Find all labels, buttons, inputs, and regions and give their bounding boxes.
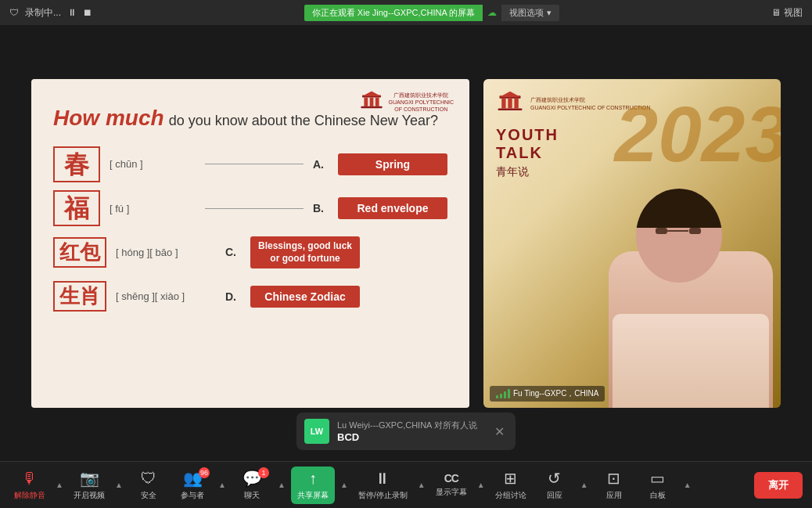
video-icon: 📷 [80,469,99,488]
answer-btn-spring[interactable]: Spring [338,153,447,175]
share-screen-button[interactable]: ↑ 共享屏幕 [291,467,335,504]
share-caret[interactable]: ▲ [338,470,350,501]
connector-b [205,208,304,209]
quiz-row-c: 红包 [ hóng ][ bāo ] C. Blessings, good lu… [53,234,447,270]
reactions-button[interactable]: ↺ 回应 [534,466,575,504]
participants-label: 参与者 [181,490,204,501]
security-button[interactable]: 🛡 安全 [128,467,169,504]
reactions-caret[interactable]: ▲ [578,470,591,501]
whiteboard-button[interactable]: ▭ 白板 [638,466,678,504]
quiz-row-b: 福 [ fú ] B. Red envelope [53,190,447,226]
stop-icon: ⏹ [83,7,92,18]
share-icon: ↑ [309,470,317,488]
chinese-char-hongbao: 红包 [53,237,106,268]
year-2023: 2023 [615,95,781,173]
signal-bar-1 [496,395,498,398]
leave-button[interactable]: 离开 [754,472,803,499]
video-btn-wrapper: 📷 开启视频 [69,466,110,504]
shirt [613,314,769,408]
whiteboard-label: 白板 [650,490,666,501]
video-panel: 广西建筑职业技术学院GUANGXI POLYTECHNIC OF CONSTRU… [483,79,781,408]
slide-logo: 广西建筑职业技术学院GUANGXI POLYTECHNICOF CONSTRUC… [359,90,455,115]
chat-badge: 1 [258,467,269,478]
signal-bar-3 [504,391,506,398]
cc-icon: CC [444,472,458,485]
chat-close-btn[interactable]: ✕ [494,424,505,439]
person-name: Fu Ting--GXPC，CHINA [513,388,598,399]
cc-button[interactable]: CC 显示字幕 [431,469,472,501]
head [636,189,722,283]
mute-btn-wrapper: 🎙 解除静音 [9,467,50,504]
signal-bars [496,389,510,398]
chinese-char-shengxiao: 生肖 [53,281,106,312]
participants-badge: 96 [199,467,210,478]
quiz-grid: 春 [ chūn ] A. Spring 福 [ fú ] B. Red env… [53,146,447,315]
top-bar: 🛡 录制中... ⏸ ⏹ 你正在观看 Xie Jing--GXPC,CHINA … [0,0,812,25]
security-label: 安全 [141,490,156,501]
main-area: 广西建筑职业技术学院GUANGXI POLYTECHNICOF CONSTRUC… [0,25,812,461]
reactions-label: 回应 [547,490,562,501]
video-school-logo-icon [496,90,524,118]
chat-content: Lu Weiyi---GXPC,CHINA 对所有人说 BCD [337,420,487,443]
glasses-left [656,228,667,234]
chat-message: BCD [337,431,487,443]
person-name-tag: Fu Ting--GXPC，CHINA [490,386,605,402]
chevron-down-icon: ▾ [547,8,552,18]
answer-btn-zodiac[interactable]: Chinese Zodiac [250,286,360,308]
mute-button[interactable]: 🎙 解除静音 [9,467,50,504]
participants-btn-wrapper: 👥 参与者 96 [172,466,213,504]
answer-btn-blessings[interactable]: Blessings, good luckor good fortune [250,236,360,269]
video-label: 开启视频 [74,490,105,501]
svg-rect-5 [361,106,382,107]
school-name: 广西建筑职业技术学院GUANGXI POLYTECHNICOF CONSTRUC… [389,92,455,113]
groups-button[interactable]: ⊞ 分组讨论 [490,466,531,504]
top-bar-right: 🖥 视图 [771,6,803,20]
reactions-icon: ↺ [548,469,561,488]
video-caret[interactable]: ▲ [113,470,125,501]
hair [636,189,722,228]
bottom-toolbar: 🎙 解除静音 ▲ 📷 开启视频 ▲ 🛡 安全 👥 参与者 96 ▲ [0,461,812,508]
mute-caret[interactable]: ▲ [53,470,66,501]
view-options-btn[interactable]: 视图选项 ▾ [501,5,559,21]
svg-rect-9 [508,98,512,108]
chat-caret[interactable]: ▲ [275,470,288,501]
person-silhouette [593,173,781,408]
apps-button[interactable]: ⊡ 应用 [594,466,634,504]
svg-marker-1 [362,91,381,95]
record-button[interactable]: ⏸ 暂停/停止录制 [354,467,412,504]
label-c: C. [225,246,241,258]
chat-sender: Lu Weiyi---GXPC,CHINA 对所有人说 [337,420,487,431]
apps-label: 应用 [606,490,622,501]
cloud-icon: ☁ [483,5,501,20]
chat-notification: LW Lu Weiyi---GXPC,CHINA 对所有人说 BCD ✕ [296,413,516,450]
signal-bar-2 [500,394,502,398]
glasses-bridge [667,230,688,232]
video-background: 广西建筑职业技术学院GUANGXI POLYTECHNIC OF CONSTRU… [483,79,781,408]
slide-panel: 广西建筑职业技术学院GUANGXI POLYTECHNICOF CONSTRUC… [31,79,469,408]
pinyin-shengxiao: [ shēng ][ xiào ] [116,290,202,302]
participants-caret[interactable]: ▲ [216,470,228,501]
svg-rect-4 [375,97,379,106]
monitor-icon: 🖥 [771,7,781,18]
record-icon: ⏸ [375,470,390,488]
groups-label: 分组讨论 [495,490,526,501]
whiteboard-caret[interactable]: ▲ [681,470,694,501]
youth-label: YOUTH [496,126,559,144]
svg-rect-3 [369,97,373,106]
chat-btn-wrapper: 💬 聊天 1 [232,466,272,504]
svg-rect-10 [514,98,518,108]
signal-bar-4 [508,389,510,398]
cc-caret[interactable]: ▲ [475,470,487,501]
pinyin-chun: [ chūn ] [110,158,196,170]
shield-icon: 🛡 [9,7,19,18]
recording-label: 录制中... [25,6,61,20]
record-caret[interactable]: ▲ [415,470,428,501]
chinese-char-chun: 春 [53,146,100,182]
video-button[interactable]: 📷 开启视频 [69,466,110,504]
chat-label: 聊天 [244,490,260,501]
whiteboard-icon: ▭ [650,469,665,488]
label-b: B. [313,202,329,214]
youth-talk-text: YOUTH TALK 青年说 [496,126,559,179]
answer-btn-red-envelope[interactable]: Red envelope [338,197,447,219]
top-bar-left: 🛡 录制中... ⏸ ⏹ [9,6,92,20]
